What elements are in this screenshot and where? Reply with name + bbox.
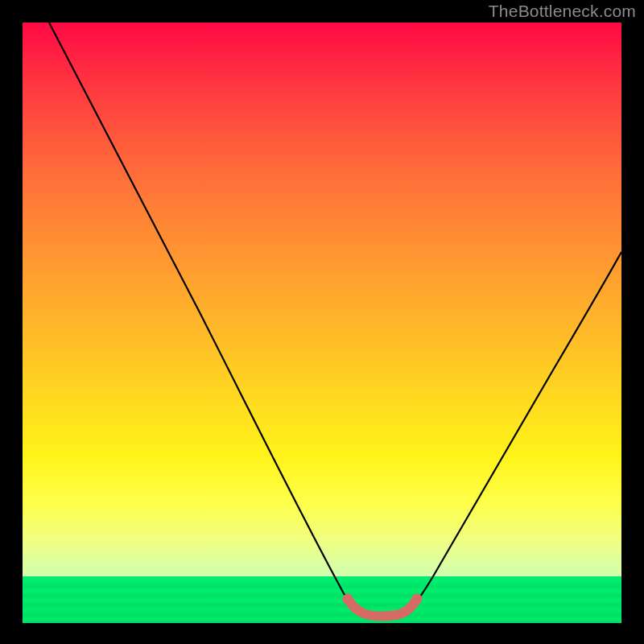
flat-segment bbox=[348, 599, 417, 616]
curve-path bbox=[49, 23, 621, 616]
plot-area bbox=[23, 23, 621, 623]
bottleneck-curve bbox=[23, 23, 621, 623]
chart-frame: TheBottleneck.com bbox=[0, 0, 644, 644]
flat-segment-dot-left bbox=[343, 594, 353, 605]
flat-segment-dot-right bbox=[412, 594, 423, 605]
watermark-text: TheBottleneck.com bbox=[489, 2, 636, 21]
